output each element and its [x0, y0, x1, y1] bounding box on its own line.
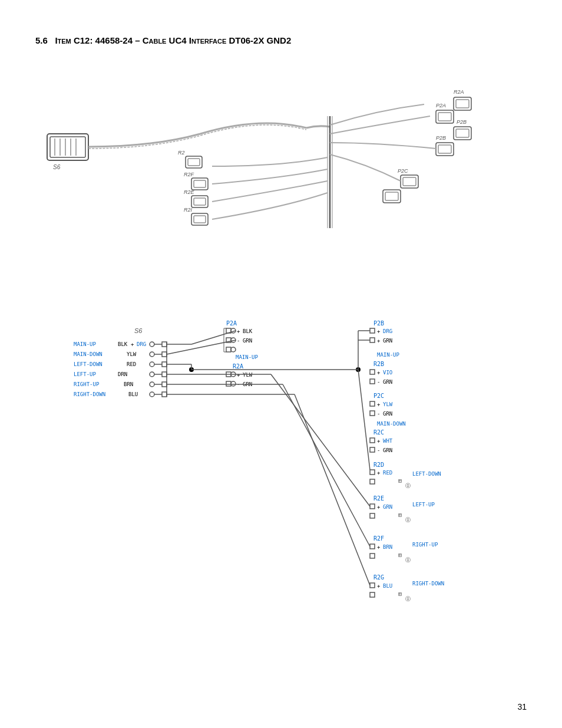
s6-pin6-symbol	[150, 392, 154, 397]
p2c-pin1-rect	[370, 401, 375, 406]
p2b-pin2-wire: GRN	[383, 338, 392, 344]
r2b-pin2-minus: -	[377, 379, 380, 385]
r2d-left-down: LEFT-DOWN	[412, 471, 441, 477]
s6-pin5-symbol	[150, 382, 154, 387]
s6-pin1-wire1: BLK	[118, 341, 128, 347]
svg-rect-12	[438, 113, 451, 121]
section-number: 5.6	[35, 35, 48, 45]
connector-r2e-physical: R2E	[184, 189, 208, 207]
r2g-pin2-rect	[370, 592, 375, 597]
svg-text:R2: R2	[178, 150, 185, 156]
r2b-pin2-rect	[370, 379, 375, 384]
s6-pin3-symbol	[150, 362, 154, 367]
s6-pin5-label: RIGHT-UP	[74, 381, 100, 387]
s6-pin3-rect	[162, 362, 167, 367]
r2b-pin1-rect	[370, 370, 375, 374]
wire-to-r2d	[358, 370, 370, 470]
svg-text:S6: S6	[53, 164, 61, 170]
s6-pin4-rect	[162, 372, 167, 377]
svg-rect-24	[385, 192, 398, 200]
s6-pin5-wire: BRN	[124, 381, 133, 387]
r2b-pin1-plus: +	[377, 370, 381, 375]
connector-r2a-physical: R2A	[454, 89, 471, 110]
connector-p2a-physical: P2A	[436, 103, 454, 123]
r2e-pin2-rect	[370, 513, 375, 518]
s6-pin4-symbol	[150, 372, 154, 377]
r2e-gnd-sym: ⓪	[405, 517, 411, 523]
section-title: 5.6 Item C12: 44658-24 – Cable UC4 Inter…	[35, 35, 527, 45]
p2c-pin2-rect	[370, 411, 375, 416]
r2c-pin2-wire: GRN	[383, 447, 392, 453]
svg-text:R2F: R2F	[184, 172, 194, 177]
p2c-label: P2C	[373, 393, 384, 399]
r2a-label: R2A	[233, 363, 243, 370]
r2g-pin1-plus: +	[377, 583, 381, 589]
svg-rect-0	[47, 134, 88, 160]
r2d-pin1-rect	[370, 470, 375, 475]
r2e-pin1-plus: +	[377, 504, 381, 510]
r2g-gnd-sym: ⓪	[405, 596, 411, 602]
r2f-right-up: RIGHT-UP	[412, 542, 438, 548]
svg-rect-1	[50, 137, 85, 157]
wiring-diagram-svg: S6 R2A P2A P2B	[35, 57, 530, 706]
r2c-pin1-wire: WHT	[383, 438, 393, 444]
s6-pin6-rect	[162, 392, 167, 397]
s6-pin4-label: LEFT-UP	[74, 371, 97, 377]
r2d-pin1-wire: RED	[383, 470, 392, 476]
p2b-pin2-rect	[370, 338, 375, 342]
s6-pin1-label: MAIN-UP	[74, 341, 97, 347]
s6-pin1-plus: +	[131, 341, 134, 347]
r2f-pin1-plus: +	[377, 544, 381, 550]
r2g-pin1-rect	[370, 583, 375, 588]
s6-pin6-wire: BLU	[128, 391, 138, 397]
svg-text:P2A: P2A	[436, 103, 446, 108]
connector-r2b-physical: P2B	[436, 135, 454, 156]
r2a-pin2-circle	[231, 381, 236, 386]
connector-r2c-physical	[383, 190, 401, 203]
r2c-label: R2C	[373, 429, 384, 436]
r2a-pin2-rect	[226, 381, 231, 386]
r2g-pin1-wire: BLU	[383, 583, 392, 589]
r2d-pin2-rect	[370, 479, 375, 484]
s6-label: S6	[134, 327, 143, 334]
wire-to-r2g	[295, 394, 370, 585]
p2c-pin1-wire: YLW	[383, 401, 393, 407]
svg-rect-29	[194, 180, 206, 187]
s6-pin1-rect	[162, 342, 167, 347]
r2d-label: R2D	[373, 462, 384, 468]
page-container: 5.6 Item C12: 44658-24 – Cable UC4 Inter…	[0, 0, 562, 728]
r2b-pin1-wire: VIO	[383, 370, 392, 375]
r2b-label: R2B	[373, 361, 384, 367]
r2c-pin1-rect	[370, 438, 375, 443]
svg-rect-15	[456, 129, 469, 137]
s6-pin2-symbol	[150, 352, 154, 357]
p2c-pin1-plus: +	[377, 401, 381, 407]
p2a-pin2-minus: -	[237, 338, 240, 344]
s6-pin3-label: LEFT-DOWN	[74, 361, 103, 367]
s6-pin4-wire: DRN	[118, 371, 127, 377]
wire-to-r2f	[283, 384, 370, 546]
s6-pin6-label: RIGHT-DOWN	[74, 391, 105, 397]
r2c-pin1-plus: +	[377, 438, 381, 444]
p2b-main-up: MAIN-UP	[377, 352, 400, 358]
p2a-label: P2A	[226, 320, 237, 327]
connector-s6-physical: S6	[47, 134, 88, 170]
p2b-pin2-plus: +	[377, 338, 381, 344]
s6-pin2-rect	[162, 352, 167, 357]
r2b-pin2-wire: GRN	[383, 379, 392, 385]
p2c-pin2-wire: GRN	[383, 411, 392, 417]
s6-pin1-wire2: DRG	[137, 341, 146, 347]
r2d-plus-sym: ⊞	[398, 477, 402, 484]
page-number: 31	[517, 702, 527, 711]
r2e-label: R2E	[373, 495, 384, 502]
p2b-pin1-plus: +	[377, 328, 381, 334]
r2f-gnd-sym: ⓪	[405, 557, 411, 563]
connector-p2b-physical: P2B	[454, 119, 471, 140]
svg-rect-35	[194, 216, 206, 223]
svg-rect-9	[456, 100, 469, 108]
connector-r2f-physical: R2F	[184, 172, 208, 190]
svg-rect-21	[403, 177, 416, 186]
r2e-left-up: LEFT-UP	[412, 502, 435, 508]
r2d-pin1-plus: +	[377, 470, 381, 476]
p2b-label: P2B	[373, 320, 384, 327]
